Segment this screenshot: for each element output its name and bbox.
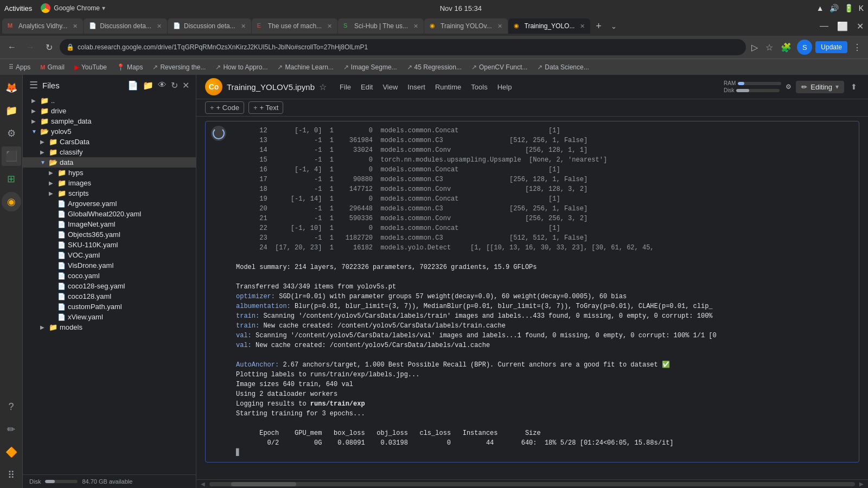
- tree-item-yolov5[interactable]: ▼ 📂 yolov5: [23, 126, 196, 137]
- apps-grid-icon[interactable]: ⠿: [2, 465, 21, 485]
- bookmark-imgseg[interactable]: ↗ Image Segme...: [339, 62, 401, 73]
- cast-icon[interactable]: ▷: [749, 40, 760, 55]
- tree-item-globalwheat[interactable]: ▶ 📄 GlobalWheat2020.yaml: [23, 209, 196, 219]
- menu-runtime[interactable]: Runtime: [431, 81, 465, 93]
- tree-item-imagenet[interactable]: ▶ 📄 ImageNet.yaml: [23, 219, 196, 229]
- h-scroll-thumb[interactable]: [231, 482, 296, 486]
- edit-settings-icon[interactable]: ⚙: [786, 83, 792, 91]
- firefox-icon[interactable]: 🦊: [2, 78, 21, 98]
- tree-item-classify[interactable]: ▶ 📁 classify: [23, 147, 196, 157]
- reload-button[interactable]: ↻: [41, 40, 56, 55]
- forward-button[interactable]: →: [23, 40, 38, 55]
- restore-btn[interactable]: ⬜: [835, 19, 850, 34]
- tab-close[interactable]: ✕: [327, 23, 332, 30]
- profile-icon[interactable]: S: [797, 40, 812, 55]
- tree-item-carsdata[interactable]: ▶ 📁 CarsData: [23, 137, 196, 147]
- menu-view[interactable]: View: [378, 81, 402, 93]
- tab-close[interactable]: ✕: [241, 23, 246, 30]
- h-scrollbar-track[interactable]: [209, 482, 855, 486]
- bookmark-regression[interactable]: ↗ 45 Regression...: [403, 62, 466, 73]
- tree-item-dotdot[interactable]: ▶ 📁 ..: [23, 95, 196, 106]
- tree-item-visdrone[interactable]: ▶ 📄 VisDrone.yaml: [23, 260, 196, 271]
- new-folder-icon[interactable]: 📁: [143, 80, 154, 91]
- horizontal-scrollbar[interactable]: ◀ ▶: [196, 479, 868, 488]
- minimize-btn[interactable]: —: [818, 19, 831, 33]
- star-icon[interactable]: ☆: [319, 82, 327, 92]
- tab-close[interactable]: ✕: [413, 23, 418, 30]
- tree-item-images[interactable]: ▶ 📁 images: [23, 178, 196, 188]
- bookmark-gmail[interactable]: M Gmail: [36, 62, 69, 73]
- tab-close[interactable]: ✕: [73, 23, 78, 30]
- new-file-icon[interactable]: 📄: [127, 80, 138, 91]
- tab-training2-active[interactable]: ◉ Training_YOLO... ✕: [508, 18, 591, 34]
- tree-item-sku110k[interactable]: ▶ 📄 SKU-110K.yaml: [23, 240, 196, 250]
- tab-close[interactable]: ✕: [157, 23, 162, 30]
- refresh-icon[interactable]: ↻: [171, 80, 178, 91]
- tree-item-custompath[interactable]: ▶ 📄 customPath.yaml: [23, 301, 196, 312]
- tab-scihub[interactable]: S Sci-Hub | The us... ✕: [338, 18, 424, 34]
- hide-files-icon[interactable]: 👁: [158, 80, 167, 91]
- tree-item-coco128[interactable]: ▶ 📄 coco128.yaml: [23, 291, 196, 301]
- tab-analytics[interactable]: M Analytics Vidhy... ✕: [2, 18, 83, 34]
- tree-item-data[interactable]: ▼ 📂 data: [23, 157, 196, 168]
- bookmark-ml[interactable]: ↗ Machine Learn...: [273, 62, 337, 73]
- new-tab-button[interactable]: +: [591, 18, 606, 34]
- files-icon[interactable]: 📁: [2, 101, 21, 120]
- tree-item-hyps[interactable]: ▶ 📁 hyps: [23, 168, 196, 178]
- scroll-right-arrow[interactable]: ▶: [859, 481, 864, 487]
- run-button[interactable]: [211, 126, 226, 141]
- menu-help[interactable]: Help: [493, 81, 516, 93]
- bookmark-star-icon[interactable]: ☆: [763, 40, 775, 55]
- tree-item-coco128seg[interactable]: ▶ 📄 coco128-seg.yaml: [23, 281, 196, 291]
- help-icon[interactable]: ?: [2, 397, 21, 416]
- tab-close-active[interactable]: ✕: [580, 23, 585, 30]
- add-code-button[interactable]: + + Code: [205, 101, 244, 114]
- tab-training1[interactable]: ◉ Training YOLOv... ✕: [424, 18, 507, 34]
- tab-close[interactable]: ✕: [497, 23, 502, 30]
- sidebar-menu-icon[interactable]: ☰: [29, 79, 38, 91]
- scroll-left-arrow[interactable]: ◀: [201, 481, 205, 487]
- menu-icon[interactable]: ⋮: [851, 40, 864, 55]
- editing-button[interactable]: ✏ Editing ▾: [796, 81, 844, 93]
- tabs-overflow[interactable]: ⌄: [607, 22, 621, 30]
- tree-item-drive[interactable]: ▶ 📁 drive: [23, 106, 196, 116]
- tab-discussion1[interactable]: 📄 Discussion deta... ✕: [84, 18, 167, 34]
- bookmark-maps[interactable]: 📍 Maps: [112, 62, 147, 73]
- url-bar[interactable]: 🔒 colab.research.google.com/drive/1TqGRP…: [60, 39, 746, 55]
- bookmark-opencv[interactable]: ↗ OpenCV Funct...: [467, 62, 532, 73]
- pencil-icon[interactable]: ✏: [2, 420, 21, 439]
- tree-item-argoverse[interactable]: ▶ 📄 Argoverse.yaml: [23, 198, 196, 209]
- colab-notebook-title[interactable]: Training_YOLOV5.ipynb: [227, 82, 315, 92]
- tree-item-coco[interactable]: ▶ 📄 coco.yaml: [23, 271, 196, 281]
- spreadsheet-icon[interactable]: ⊞: [2, 169, 21, 189]
- tab-discussion2[interactable]: 📄 Discussion deta... ✕: [168, 18, 251, 34]
- terminal-icon[interactable]: ⬛: [2, 146, 21, 166]
- menu-edit[interactable]: Edit: [356, 81, 377, 93]
- tree-item-scripts[interactable]: ▶ 📁 scripts: [23, 188, 196, 198]
- activities-btn[interactable]: Activities: [4, 4, 32, 12]
- tree-item-models[interactable]: ▶ 📁 models: [23, 322, 196, 332]
- menu-tools[interactable]: Tools: [467, 81, 492, 93]
- expand-icon[interactable]: ⬆: [848, 80, 859, 93]
- menu-file[interactable]: File: [335, 81, 355, 93]
- close-btn[interactable]: ✕: [854, 19, 866, 34]
- bookmark-reversing[interactable]: ↗ Reversing the...: [148, 62, 210, 73]
- tree-item-sampledata[interactable]: ▶ 📁 sample_data: [23, 116, 196, 126]
- colab-os-icon[interactable]: ◉: [2, 192, 21, 211]
- vlc-icon[interactable]: 🔶: [2, 442, 21, 462]
- settings-icon[interactable]: ⚙: [2, 124, 21, 143]
- close-sidebar-icon[interactable]: ✕: [182, 80, 189, 91]
- bookmark-youtube[interactable]: ▶ YouTube: [70, 62, 111, 73]
- tree-item-objects365[interactable]: ▶ 📄 Objects365.yaml: [23, 229, 196, 240]
- tree-item-xview[interactable]: ▶ 📄 xView.yaml: [23, 312, 196, 322]
- menu-insert[interactable]: Insert: [403, 81, 430, 93]
- bookmark-howto[interactable]: ↗ How to Appro...: [211, 62, 272, 73]
- bookmark-datascience[interactable]: ↗ Data Science...: [533, 62, 593, 73]
- add-text-button[interactable]: + + Text: [248, 101, 283, 114]
- update-button[interactable]: Update: [815, 41, 847, 53]
- tab-theuse[interactable]: E The use of mach... ✕: [252, 18, 337, 34]
- chrome-dropdown[interactable]: ▾: [102, 4, 105, 12]
- extensions-icon[interactable]: 🧩: [778, 40, 794, 55]
- tree-item-voc[interactable]: ▶ 📄 VOC.yaml: [23, 250, 196, 260]
- bookmark-apps[interactable]: ⠿ Apps: [4, 62, 35, 73]
